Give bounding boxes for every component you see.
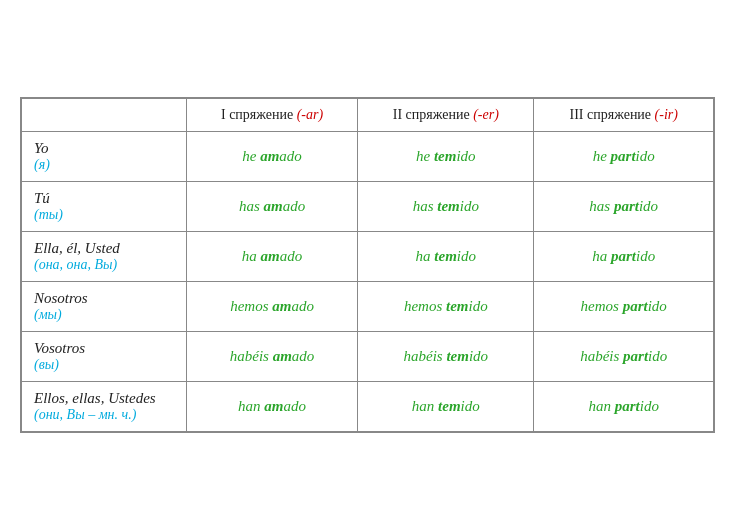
header-ir: III спряжение (-ir) (534, 99, 714, 132)
conj-ir-row-3: hemos partido (534, 282, 714, 332)
conj-ar-row-2: ha amado (187, 232, 358, 282)
header-er: II спряжение (-er) (358, 99, 534, 132)
conj-ar-row-5: han amado (187, 382, 358, 432)
conj-er-row-5: han temido (358, 382, 534, 432)
conj-ir-row-0: he partido (534, 132, 714, 182)
conj-ar-row-3: hemos amado (187, 282, 358, 332)
pronoun-cell-4: Vosotros(вы) (22, 332, 187, 382)
header-ar: I спряжение (-ar) (187, 99, 358, 132)
header-pronoun (22, 99, 187, 132)
conj-ar-row-4: habéis amado (187, 332, 358, 382)
conj-ir-row-4: habéis partido (534, 332, 714, 382)
pronoun-cell-1: Tú(ты) (22, 182, 187, 232)
conj-ar-row-1: has amado (187, 182, 358, 232)
conj-ir-row-1: has partido (534, 182, 714, 232)
pronoun-cell-3: Nosotros(мы) (22, 282, 187, 332)
conj-ar-row-0: he amado (187, 132, 358, 182)
conj-er-row-3: hemos temido (358, 282, 534, 332)
conjugation-table: I спряжение (-ar) II спряжение (-er) III… (20, 97, 715, 433)
pronoun-cell-5: Ellos, ellas, Ustedes(они, Вы – мн. ч.) (22, 382, 187, 432)
conj-ir-row-2: ha partido (534, 232, 714, 282)
pronoun-cell-2: Ella, él, Usted(она, она, Вы) (22, 232, 187, 282)
pronoun-cell-0: Yo(я) (22, 132, 187, 182)
conj-er-row-1: has temido (358, 182, 534, 232)
conj-er-row-2: ha temido (358, 232, 534, 282)
conj-ir-row-5: han partido (534, 382, 714, 432)
conj-er-row-4: habéis temido (358, 332, 534, 382)
conj-er-row-0: he temido (358, 132, 534, 182)
